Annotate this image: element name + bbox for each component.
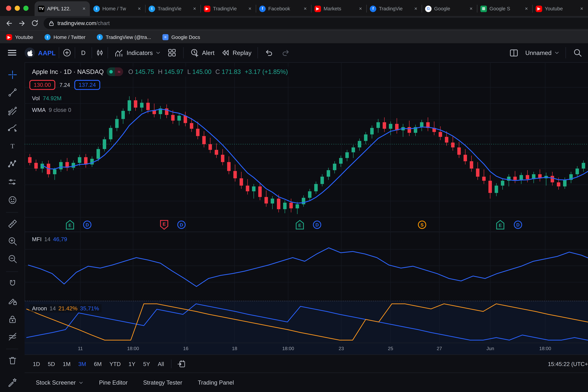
time-axis[interactable]: 1118:00161818:00232527Jun18:006	[24, 343, 588, 355]
range-button-1m[interactable]: 1M	[59, 358, 74, 369]
replay-button[interactable]: Replay	[217, 48, 254, 58]
wma-legend[interactable]: WMA9 close 0	[29, 106, 74, 114]
ruler-tool[interactable]	[6, 218, 18, 230]
search-icon[interactable]	[573, 48, 582, 58]
hide-drawings-tool[interactable]	[6, 330, 18, 343]
low-price-box[interactable]: 130.00	[29, 80, 55, 90]
browser-tab[interactable]: tHome / Tw×	[90, 1, 145, 16]
trend-line-tool[interactable]	[6, 86, 18, 98]
tab-close-icon[interactable]: ×	[413, 6, 418, 12]
mfi-legend[interactable]: MFI14 46,79	[29, 235, 70, 243]
browser-tab[interactable]: fFacebook×	[256, 1, 311, 16]
browser-tab[interactable]: TVAPPL 122.×	[34, 1, 90, 16]
maximize-window-button[interactable]	[23, 6, 28, 11]
event-marker-e[interactable]: E	[160, 220, 168, 230]
event-marker-d[interactable]: D	[177, 220, 186, 230]
tab-close-icon[interactable]: ×	[579, 6, 584, 12]
event-marker-d[interactable]: D	[83, 220, 91, 230]
range-button-1y[interactable]: 1Y	[125, 358, 139, 369]
event-marker-e[interactable]: E	[296, 220, 304, 230]
event-marker-s[interactable]: S	[418, 220, 426, 230]
forward-icon[interactable]	[18, 19, 26, 27]
tab-close-icon[interactable]: ×	[469, 6, 474, 12]
tab-close-icon[interactable]: ×	[248, 6, 252, 12]
volume-legend[interactable]: Vol74.92M	[29, 94, 64, 102]
bookmark-item[interactable]: ▶Youtube	[6, 34, 33, 40]
aroon-pane[interactable]: Aroon14 21.42% 35,71%	[24, 301, 588, 343]
range-button-ytd[interactable]: YTD	[106, 358, 125, 369]
go-to-date-icon[interactable]	[177, 359, 186, 368]
redo-icon[interactable]	[281, 48, 290, 58]
crosshair-tool[interactable]	[6, 69, 18, 81]
bottom-tab-strategy-tester[interactable]: Strategy Tester	[135, 380, 190, 386]
emoji-tool[interactable]	[6, 194, 18, 206]
browser-tab[interactable]: GGoogle×	[422, 1, 477, 16]
browser-tab[interactable]: tTradingVie×	[145, 1, 200, 16]
aroon-legend[interactable]: Aroon14 21.42% 35,71%	[29, 304, 102, 312]
bottom-tab-stock-screener[interactable]: Stock Screener	[28, 380, 91, 386]
chart-style-icon[interactable]	[95, 48, 104, 58]
range-button-1d[interactable]: 1D	[29, 358, 44, 369]
interval-button[interactable]: D	[78, 49, 88, 56]
tab-close-icon[interactable]: ×	[524, 6, 529, 12]
symbol-button[interactable]: AAPL	[38, 49, 56, 56]
bookmark-item[interactable]: tHome / Twitter	[44, 34, 85, 40]
text-tool[interactable]: T	[6, 140, 18, 152]
close-window-button[interactable]	[6, 6, 11, 11]
compare-add-icon[interactable]	[62, 48, 72, 58]
layout-name-button[interactable]: Unnamed	[522, 49, 562, 56]
magnet-tool[interactable]	[6, 278, 18, 290]
range-button-5y[interactable]: 5Y	[139, 358, 154, 369]
eye-toggle-icon[interactable]	[107, 68, 115, 76]
tab-close-icon[interactable]: ×	[358, 6, 363, 12]
bookmark-item[interactable]: ≡Google Docs	[162, 34, 200, 40]
main-menu-icon[interactable]	[6, 47, 18, 58]
high-price-box[interactable]: 137.24	[74, 80, 100, 90]
trash-tool[interactable]	[6, 354, 18, 366]
edit-tool[interactable]	[6, 295, 18, 307]
symbol-logo[interactable]	[24, 48, 35, 58]
browser-tab[interactable]: ⊞Google S×	[477, 1, 532, 16]
range-button-5d[interactable]: 5D	[44, 358, 59, 369]
tab-close-icon[interactable]: ×	[303, 6, 308, 12]
bookmark-item[interactable]: tTradingView (@tra...	[97, 34, 151, 40]
range-button-all[interactable]: All	[154, 358, 168, 369]
browser-tab[interactable]: fTradingVie×	[366, 1, 422, 16]
legend-title[interactable]: Apple Inc · 1D · NASDAQ	[32, 68, 104, 75]
zoom-in-tool[interactable]	[6, 235, 18, 247]
alert-button[interactable]: Alert	[186, 48, 218, 58]
lock-tool[interactable]	[6, 313, 18, 326]
price-pane[interactable]: Apple Inc · 1D · NASDAQ ≈ O 145.75 H 145…	[24, 62, 588, 231]
reload-icon[interactable]	[31, 20, 38, 27]
indicators-button[interactable]: Indicators	[111, 48, 164, 58]
layout-icon[interactable]	[509, 48, 519, 58]
wave-toggle-icon[interactable]: ≈	[115, 68, 123, 76]
browser-tab[interactable]: ▶Youtube×	[532, 1, 588, 16]
position-tool[interactable]	[6, 176, 18, 188]
tab-close-icon[interactable]: ×	[82, 6, 86, 12]
range-button-3m[interactable]: 3M	[74, 358, 90, 369]
bottom-tab-pine-editor[interactable]: Pine Editor	[91, 380, 135, 386]
minimize-window-button[interactable]	[15, 6, 20, 11]
tab-close-icon[interactable]: ×	[137, 6, 142, 12]
bottom-tab-trading-panel[interactable]: Trading Panel	[190, 380, 242, 386]
event-marker-d[interactable]: D	[514, 220, 522, 230]
back-icon[interactable]	[5, 19, 13, 27]
event-marker-e[interactable]: E	[66, 220, 74, 230]
brush-tool[interactable]	[6, 122, 18, 134]
range-button-6m[interactable]: 6M	[90, 358, 105, 369]
event-marker-d[interactable]: D	[313, 220, 321, 230]
event-marker-e[interactable]: E	[496, 220, 505, 230]
browser-tab[interactable]: ▶TradingVie×	[200, 1, 256, 16]
zoom-out-tool[interactable]	[6, 253, 18, 265]
pattern-tool[interactable]	[6, 158, 18, 170]
templates-grid-icon[interactable]	[167, 48, 176, 58]
legend-visibility-toggle[interactable]: ≈	[107, 68, 123, 76]
favorites-tool[interactable]	[6, 376, 18, 388]
pitchfork-tool[interactable]	[6, 105, 18, 117]
address-bar[interactable]: tradingview.com/chart	[44, 18, 588, 29]
browser-tab[interactable]: ▶Markets×	[311, 1, 366, 16]
mfi-pane[interactable]: MFI14 46,79	[24, 232, 588, 301]
undo-icon[interactable]	[264, 48, 274, 58]
tab-close-icon[interactable]: ×	[192, 6, 197, 12]
